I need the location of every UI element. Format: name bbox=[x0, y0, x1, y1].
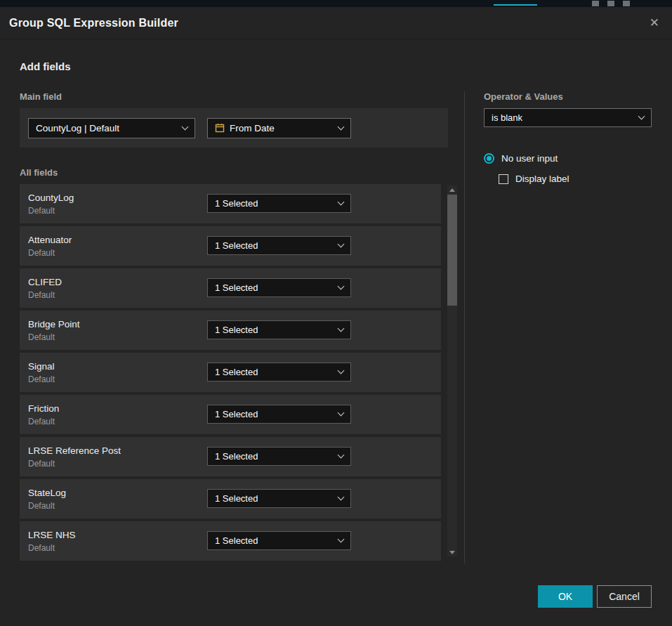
field-selected-dropdown[interactable]: 1 Selected bbox=[207, 236, 351, 255]
field-row-statelog: StateLog Default 1 Selected bbox=[20, 479, 441, 519]
field-row-attenuator: Attenuator Default 1 Selected bbox=[20, 226, 441, 266]
chevron-down-icon bbox=[338, 199, 345, 206]
main-field-bar: CountyLog | Default From Date bbox=[20, 108, 448, 148]
calendar-icon bbox=[215, 123, 225, 133]
field-row-bridge-point: Bridge Point Default 1 Selected bbox=[20, 311, 441, 350]
main-field-select[interactable]: From Date bbox=[207, 118, 351, 138]
fields-column: Main field CountyLog | Default bbox=[20, 91, 464, 563]
field-name: Bridge Point bbox=[28, 319, 80, 330]
group-sql-expression-builder-dialog: Group SQL Expression Builder ✕ Add field… bbox=[0, 7, 672, 626]
checkbox-unchecked-icon[interactable] bbox=[499, 174, 508, 184]
field-row-countylog: CountyLog Default 1 Selected bbox=[20, 184, 441, 223]
field-name: LRSE NHS bbox=[28, 530, 76, 540]
field-name: LRSE Reference Post bbox=[28, 445, 121, 456]
dialog-content: Add fields Main field CountyLog | Defaul… bbox=[0, 60, 672, 563]
cancel-button[interactable]: Cancel bbox=[597, 585, 652, 608]
scroll-down-icon[interactable] bbox=[447, 548, 457, 556]
layer-select-value: CountyLog | Default bbox=[36, 123, 119, 133]
field-subtitle: Default bbox=[28, 543, 76, 553]
field-name: CLIFED bbox=[28, 277, 62, 287]
field-name: Friction bbox=[28, 403, 59, 414]
chevron-down-icon bbox=[182, 123, 189, 130]
field-subtitle: Default bbox=[28, 332, 80, 342]
chevron-down-icon bbox=[338, 452, 345, 459]
field-selected-dropdown[interactable]: 1 Selected bbox=[207, 194, 351, 213]
field-selected-dropdown[interactable]: 1 Selected bbox=[207, 405, 351, 424]
main-field-select-value: From Date bbox=[230, 123, 275, 133]
display-label-checkbox-row[interactable]: Display label bbox=[499, 174, 652, 184]
dialog-header: Group SQL Expression Builder ✕ bbox=[0, 7, 672, 39]
background-toolbar-icons bbox=[592, 1, 638, 6]
background-link-underline bbox=[494, 0, 537, 6]
columns: Main field CountyLog | Default bbox=[20, 91, 672, 563]
chevron-down-icon bbox=[338, 494, 345, 501]
field-row-signal: Signal Default 1 Selected bbox=[20, 353, 441, 392]
close-icon[interactable]: ✕ bbox=[647, 14, 662, 32]
field-selected-dropdown[interactable]: 1 Selected bbox=[207, 531, 351, 550]
operator-select-value: is blank bbox=[492, 112, 522, 123]
field-subtitle: Default bbox=[28, 290, 62, 300]
field-row-clifed: CLIFED Default 1 Selected bbox=[20, 268, 441, 308]
chevron-down-icon bbox=[338, 325, 345, 332]
field-subtitle: Default bbox=[28, 248, 72, 258]
field-selected-dropdown[interactable]: 1 Selected bbox=[207, 363, 351, 382]
chevron-down-icon bbox=[338, 283, 345, 290]
field-subtitle: Default bbox=[28, 459, 121, 469]
field-row-lrse-nhs: LRSE NHS Default 1 Selected bbox=[20, 521, 441, 561]
field-selected-dropdown[interactable]: 1 Selected bbox=[207, 447, 351, 466]
field-name: CountyLog bbox=[28, 193, 74, 203]
field-selected-dropdown[interactable]: 1 Selected bbox=[207, 489, 351, 508]
field-name: StateLog bbox=[28, 488, 66, 498]
all-fields-list: CountyLog Default 1 Selected Attenuator … bbox=[20, 184, 464, 561]
chevron-down-icon bbox=[338, 536, 345, 543]
add-fields-heading: Add fields bbox=[20, 60, 672, 72]
chevron-down-icon bbox=[338, 410, 345, 417]
operator-values-label: Operator & Values bbox=[484, 91, 652, 102]
dialog-title: Group SQL Expression Builder bbox=[9, 17, 178, 30]
operator-values-column: Operator & Values is blank No user input… bbox=[465, 91, 672, 563]
field-row-lrse-reference-post: LRSE Reference Post Default 1 Selected bbox=[20, 437, 441, 476]
chevron-down-icon bbox=[338, 367, 345, 374]
scroll-up-icon[interactable] bbox=[447, 185, 457, 194]
field-selected-dropdown[interactable]: 1 Selected bbox=[207, 320, 351, 339]
field-row-friction: Friction Default 1 Selected bbox=[20, 395, 441, 434]
no-user-input-label: No user input bbox=[501, 153, 558, 164]
field-name: Attenuator bbox=[28, 235, 72, 245]
no-user-input-radio-row[interactable]: No user input bbox=[484, 153, 652, 164]
chevron-down-icon bbox=[338, 241, 345, 248]
field-subtitle: Default bbox=[28, 501, 66, 511]
background-app-strip bbox=[0, 0, 672, 7]
main-field-label: Main field bbox=[20, 91, 464, 102]
layer-select[interactable]: CountyLog | Default bbox=[28, 118, 195, 138]
radio-selected-icon[interactable] bbox=[484, 153, 494, 164]
operator-select[interactable]: is blank bbox=[484, 108, 652, 127]
chevron-down-icon bbox=[338, 123, 345, 130]
scrollbar[interactable] bbox=[447, 185, 457, 556]
field-subtitle: Default bbox=[28, 374, 55, 384]
scrollbar-thumb[interactable] bbox=[447, 195, 457, 306]
field-subtitle: Default bbox=[28, 206, 74, 216]
all-fields-label: All fields bbox=[20, 167, 464, 178]
dialog-footer: OK Cancel bbox=[538, 585, 652, 608]
chevron-down-icon bbox=[638, 113, 645, 120]
field-name: Signal bbox=[28, 361, 55, 372]
field-subtitle: Default bbox=[28, 417, 59, 426]
display-label-text: Display label bbox=[515, 174, 569, 184]
ok-button[interactable]: OK bbox=[538, 585, 593, 608]
field-selected-dropdown[interactable]: 1 Selected bbox=[207, 278, 351, 297]
